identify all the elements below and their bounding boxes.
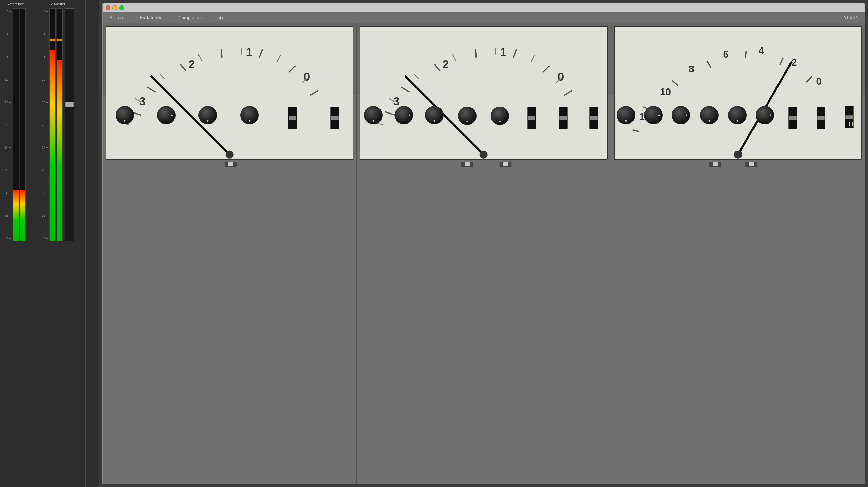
topbar-comp-lim: Comp->Lim [178, 15, 202, 20]
clipper-fader[interactable] [788, 107, 797, 129]
mode2-fader[interactable] [817, 107, 825, 129]
plugin-version: v1.0.2b [844, 15, 858, 20]
channel-reference-label: Reference [7, 2, 24, 6]
app-layout: Reference 0 – 4 – 8 – 12 – 16 – 20 – 24 … [0, 0, 868, 487]
threshold-knob-dot [409, 115, 410, 116]
close-button[interactable] [106, 5, 110, 10]
protection-fader[interactable] [845, 106, 854, 128]
vu-toggle-clip2[interactable] [745, 162, 757, 167]
topbar-oversample: 4x [219, 15, 224, 20]
meter-master-left [49, 8, 56, 241]
threshold2-knob-dot [658, 115, 660, 116]
vu-svg-peak: 3 2 1 0 [360, 27, 607, 159]
output-knob[interactable] [672, 106, 690, 124]
channel-master-label: 2 Master [51, 2, 65, 6]
svg-text:1: 1 [246, 46, 253, 58]
meter-ref-left [13, 8, 19, 241]
ratio-knob-dot [171, 115, 173, 116]
master-fader-handle[interactable] [65, 102, 74, 107]
title-bar [103, 3, 865, 12]
gain2-knob[interactable] [364, 106, 383, 124]
speed-fader[interactable] [559, 107, 568, 129]
svg-rect-42 [615, 27, 861, 159]
minimize-button[interactable] [112, 5, 117, 10]
compressor-fader-handle [289, 116, 296, 120]
topbar-stereo: Stereo [110, 15, 123, 20]
svg-line-54 [745, 51, 746, 59]
peak-fader[interactable] [527, 107, 536, 129]
vu-toggle-peak[interactable] [461, 162, 473, 167]
ceiling-knob-dot [770, 115, 771, 116]
release-knob[interactable] [240, 106, 259, 124]
section-compressor: 3 2 1 0 [103, 23, 357, 484]
speed-fader-handle [559, 116, 567, 120]
release-knob-dot [249, 120, 250, 122]
vu-toggle-clip[interactable] [709, 162, 721, 167]
svg-rect-21 [360, 27, 607, 159]
svg-text:4: 4 [758, 45, 764, 56]
plugin-window: Stereo Fix.latency Comp->Lim 4x v1.0.2b [102, 3, 865, 484]
svg-rect-0 [106, 27, 353, 159]
hf-thresh-knob[interactable] [425, 106, 444, 124]
vu-toggle-peak2[interactable] [499, 162, 512, 167]
upsampling-knob[interactable] [700, 106, 719, 124]
compressor-fader[interactable] [288, 107, 297, 129]
svg-point-58 [734, 151, 742, 159]
svg-text:2: 2 [443, 58, 449, 71]
vu-peak: 3 2 1 0 [357, 23, 610, 95]
cursor-indicator [849, 122, 853, 126]
knee-knob[interactable] [728, 106, 747, 124]
hf-fader-handle [590, 116, 598, 120]
ratio-knob[interactable] [157, 106, 176, 124]
plugin-main: 3 2 1 0 [103, 23, 865, 484]
knee-knob-dot [737, 120, 738, 122]
peak-fader-handle [528, 116, 535, 120]
type-knob[interactable] [491, 107, 509, 125]
svg-text:10: 10 [660, 86, 671, 97]
mode2-fader-handle [817, 116, 825, 120]
channel-master: 2 Master 0 – 4 – 8 – 12 – 16 – 20 – 24 –… [31, 0, 86, 487]
topbar-fix-latency: Fix.latency [140, 15, 161, 20]
upsampling-knob-dot [708, 120, 710, 122]
type-knob-dot [499, 121, 501, 122]
maximize-button[interactable] [119, 5, 124, 10]
attack-knob-dot [207, 120, 209, 122]
svg-text:0: 0 [816, 76, 821, 87]
gain-knob[interactable] [116, 106, 134, 124]
drymix-fader[interactable] [330, 107, 339, 129]
section-peak-limiter: 3 2 1 0 [357, 23, 611, 484]
plugin-wrapper: Stereo Fix.latency Comp->Lim 4x v1.0.2b [99, 0, 868, 487]
vu-svg-clipper: 12 10 8 6 4 2 0 [615, 27, 861, 159]
vu-toggle-comp[interactable] [225, 162, 237, 167]
output-knob-dot [686, 115, 687, 116]
plugin-topbar: Stereo Fix.latency Comp->Lim 4x v1.0.2b [103, 12, 865, 23]
meter-ref-right [20, 8, 26, 241]
gain3-knob-dot [625, 120, 627, 122]
master-fader[interactable] [65, 8, 74, 241]
ceiling-knob[interactable] [756, 106, 774, 124]
attack-knob[interactable] [198, 106, 217, 124]
scale-reference: 0 – 4 – 8 – 12 – 16 – 20 – 24 – 28 – 32 … [5, 8, 12, 241]
svg-line-8 [221, 49, 222, 58]
svg-text:6: 6 [723, 49, 728, 60]
threshold2-knob[interactable] [644, 106, 663, 124]
svg-point-41 [480, 151, 488, 159]
mode-knob[interactable] [458, 107, 477, 125]
scale-master: 0 – 4 – 8 – 12 – 16 – 20 – 24 – 28 – 32 … [42, 8, 49, 241]
vu-compressor: 3 2 1 0 [103, 23, 356, 95]
clipper-fader-handle [789, 116, 797, 120]
drymix-fader-handle [331, 116, 339, 120]
vu-meter-compressor: 3 2 1 0 [106, 26, 353, 160]
hf-fader[interactable] [589, 107, 598, 129]
svg-line-29 [475, 49, 476, 58]
gain3-knob[interactable] [617, 106, 635, 124]
vu-meter-clipper: 12 10 8 6 4 2 0 [614, 26, 862, 160]
vu-svg-compressor: 3 2 1 0 [106, 27, 353, 159]
threshold-knob[interactable] [395, 106, 413, 124]
mixer-sidebar: Reference 0 – 4 – 8 – 12 – 16 – 20 – 24 … [0, 0, 99, 487]
vu-meter-peak: 3 2 1 0 [360, 26, 607, 160]
svg-text:2: 2 [189, 58, 195, 71]
gain-knob-dot [124, 120, 125, 122]
svg-point-20 [226, 151, 234, 159]
svg-text:1: 1 [500, 46, 507, 58]
